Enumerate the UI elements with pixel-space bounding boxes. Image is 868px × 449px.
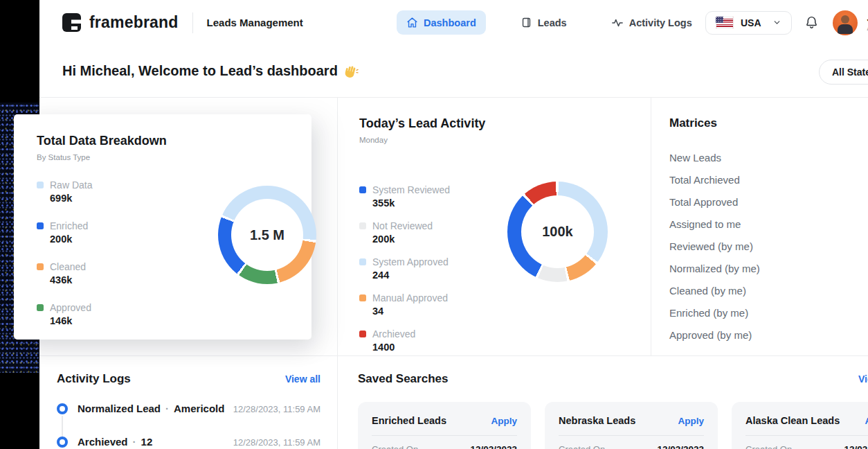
legend-swatch (359, 331, 366, 337)
legend-swatch (359, 294, 366, 301)
header-right-cluster: USA Jeff Z Admin (705, 0, 868, 45)
all-states-filter-button[interactable]: All States (819, 60, 868, 85)
activity-logs-panel: Activity Logs View all Normalized Lead ·… (57, 372, 320, 449)
legend-value: 34 (372, 306, 450, 317)
nav-dashboard-label: Dashboard (424, 17, 476, 28)
legend-value: 200k (372, 234, 450, 245)
matrix-item[interactable]: Cleaned (by me) (669, 280, 868, 302)
breakdown-subtitle: By Status Type (37, 153, 311, 161)
apply-button[interactable]: Apply (865, 416, 868, 426)
total-breakdown-donut-chart: 1.5 M (218, 186, 316, 284)
user-avatar[interactable] (833, 10, 858, 35)
legend-swatch (359, 222, 366, 229)
matrices-panel: Matrices New Leads Total Archieved Total… (669, 116, 868, 346)
todays-lead-activity-header: Today’s Lead Activity Monday (359, 116, 485, 144)
legend-label: Approved (50, 302, 91, 313)
legend-swatch (37, 263, 44, 270)
legend-label: System Reviewed (372, 184, 450, 195)
leads-icon (521, 17, 532, 28)
main-nav: Dashboard Leads Activity Logs (397, 0, 702, 45)
app-window: framebrand Leads Management Dashboard Le… (39, 0, 868, 449)
legend-label: Enriched (50, 220, 88, 231)
today-subtitle: Monday (359, 136, 485, 144)
log-value: Americold (174, 403, 224, 414)
legend-item: Approved 146k (37, 302, 311, 326)
created-on-label: Created On (745, 444, 792, 449)
activity-logs-view-all-link[interactable]: View all (285, 373, 320, 385)
legend-swatch (37, 304, 44, 311)
matrix-item[interactable]: Enriched (by me) (669, 302, 868, 324)
waving-hand-icon (342, 62, 361, 80)
created-on-date: 12/02/2023 (657, 444, 704, 449)
log-timestamp: 12/28/2023, 11:59 AM (233, 404, 320, 414)
matrix-item[interactable]: Total Approved (669, 191, 868, 213)
saved-search-name: Enriched Leads (372, 415, 446, 426)
timeline-bullet-icon (57, 403, 68, 414)
saved-searches-title: Saved Searches (358, 372, 448, 386)
total-data-breakdown-card: Total Data Breakdown By Status Type Raw … (14, 114, 311, 340)
card-divider (559, 435, 704, 436)
matrix-item[interactable]: New Leads (669, 147, 868, 169)
app-header: framebrand Leads Management Dashboard Le… (39, 0, 868, 45)
vertical-divider-1 (337, 98, 338, 449)
today-activity-donut-chart: 100k (507, 182, 608, 282)
brand-block: framebrand Leads Management (62, 0, 303, 45)
header-divider (192, 12, 193, 33)
saved-search-card: Nebraska Leads Apply Created On 12/02/20… (545, 402, 718, 449)
saved-searches-panel: Saved Searches View all Enriched Leads A… (358, 372, 868, 449)
legend-label: Not Reviewed (372, 220, 433, 231)
notification-bell-icon[interactable] (804, 15, 819, 30)
page-title: Hi Micheal, Welcome to Lead’s dashboard (62, 63, 359, 79)
legend-item: System Approved 244 (359, 256, 450, 281)
today-legend: System Reviewed 355k Not Reviewed 200k S… (359, 184, 450, 364)
saved-searches-view-all-link[interactable]: View all (858, 373, 868, 385)
saved-search-card: Enriched Leads Apply Created On 12/02/20… (358, 402, 531, 449)
brand-logo-icon (62, 13, 81, 32)
legend-item: Archieved 1400 (359, 328, 450, 353)
legend-label: Cleaned (50, 261, 86, 272)
legend-swatch (359, 258, 366, 265)
activity-log-list: Normalized Lead · Americold 12/28/2023, … (57, 403, 320, 449)
donut-center-label: 1.5 M (218, 186, 316, 284)
nav-activity-logs[interactable]: Activity Logs (602, 10, 702, 35)
nav-leads[interactable]: Leads (511, 10, 577, 35)
matrix-item[interactable]: Total Archieved (669, 169, 868, 191)
log-separator: · (165, 403, 169, 414)
log-timestamp: 12/28/2023, 11:59 AM (233, 437, 320, 448)
nav-activity-logs-label: Activity Logs (629, 17, 692, 28)
country-selector[interactable]: USA (705, 11, 792, 35)
list-item[interactable]: Normalized Lead · Americold 12/28/2023, … (57, 403, 320, 436)
legend-value: 355k (372, 197, 450, 209)
matrix-item[interactable]: Reviewed (by me) (669, 236, 868, 258)
log-label: Archieved (78, 436, 128, 448)
list-item[interactable]: Archieved · 12 12/28/2023, 11:59 AM (57, 436, 320, 449)
vertical-divider-2 (651, 98, 651, 355)
matrix-item[interactable]: Assigned to me (669, 213, 868, 236)
log-value: 12 (141, 436, 153, 448)
legend-label: System Approved (372, 256, 449, 267)
card-divider (372, 435, 517, 436)
matrix-item[interactable]: Approved (by me) (669, 324, 868, 346)
saved-search-name: Nebraska Leads (559, 415, 635, 426)
legend-label: Archieved (372, 328, 415, 340)
chevron-down-icon (772, 18, 781, 27)
apply-button[interactable]: Apply (678, 416, 704, 426)
usa-flag-icon (716, 17, 734, 28)
legend-swatch (37, 182, 44, 188)
card-divider (745, 435, 868, 436)
country-label: USA (741, 17, 761, 28)
timeline-bullet-icon (57, 437, 68, 448)
saved-search-name: Alaska Clean Leads (745, 415, 840, 426)
log-separator: · (133, 436, 136, 448)
activity-logs-title: Activity Logs (57, 372, 131, 386)
legend-value: 1400 (372, 342, 450, 353)
apply-button[interactable]: Apply (491, 416, 517, 426)
legend-label: Manual Approved (372, 292, 448, 303)
saved-search-cards: Enriched Leads Apply Created On 12/02/20… (358, 402, 868, 449)
horizontal-divider (39, 355, 868, 356)
greeting-text: Hi Micheal, Welcome to Lead’s dashboard (62, 63, 338, 79)
matrix-item[interactable]: Normalized (by me) (669, 258, 868, 280)
created-on-date: 12/02/2023 (844, 444, 868, 449)
legend-swatch (359, 186, 366, 193)
nav-dashboard[interactable]: Dashboard (397, 10, 486, 35)
